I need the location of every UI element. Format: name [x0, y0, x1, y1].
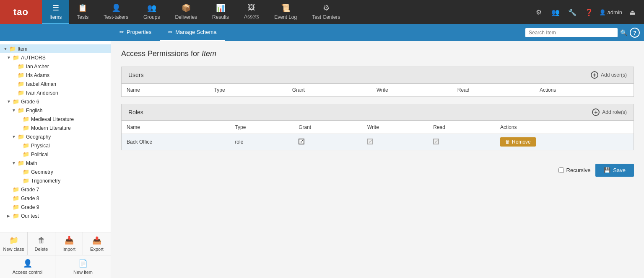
- recursive-checkbox[interactable]: [558, 167, 564, 173]
- nav-item-deliveries[interactable]: 📦Deliveries: [167, 0, 205, 24]
- roles-col-grant: Grant: [293, 121, 362, 134]
- tree-container: ▼📁Item▼📁AUTHORS📁Ian Archer📁Iris Adams📁Is…: [0, 41, 111, 232]
- sidebar-new-item-button[interactable]: 📄New item: [55, 255, 111, 278]
- nav-item-groups[interactable]: 👥Groups: [136, 0, 167, 24]
- admin-button[interactable]: 👤 admin: [599, 9, 622, 15]
- tree-item[interactable]: 📁Trigonometry: [0, 176, 111, 185]
- add-roles-button[interactable]: + Add role(s): [592, 108, 627, 116]
- nav-item-tests[interactable]: 📋Tests: [69, 0, 96, 24]
- help-icon[interactable]: ❓: [582, 5, 596, 19]
- tree-item[interactable]: 📁Isabel Altman: [0, 80, 111, 88]
- tree-item[interactable]: ▼📁Item: [0, 44, 111, 53]
- tree-item[interactable]: 📁Iris Adams: [0, 71, 111, 80]
- test-centers-nav-icon: ⚙: [323, 3, 330, 13]
- search-input[interactable]: [525, 28, 618, 37]
- folder-icon: 📁: [13, 98, 19, 105]
- subnav-properties[interactable]: ✏ Properties: [111, 24, 160, 41]
- pencil-icon: ✏: [119, 29, 124, 35]
- settings-icon[interactable]: ⚙: [532, 5, 545, 19]
- test-takers-nav-label: Test-takers: [104, 14, 128, 20]
- tree-item[interactable]: 📁Ivan Anderson: [0, 88, 111, 97]
- folder-icon: 📁: [18, 134, 24, 140]
- tree-item[interactable]: ▼📁Grade 6: [0, 97, 111, 106]
- tree-label: Math: [26, 160, 37, 166]
- users-icon[interactable]: 👥: [549, 5, 562, 19]
- nav-item-test-takers[interactable]: 👤Test-takers: [96, 0, 136, 24]
- col-actions: Actions: [535, 84, 634, 97]
- page-title: Access Permissions for Item: [121, 49, 634, 58]
- nav-item-test-centers[interactable]: ⚙Test Centers: [304, 0, 348, 24]
- save-icon: 💾: [604, 167, 610, 173]
- add-users-button[interactable]: + Add user(s): [591, 71, 627, 79]
- tools-icon[interactable]: 🔧: [566, 5, 579, 19]
- roles-section-header: Roles + Add role(s): [122, 104, 634, 120]
- role-read: [428, 134, 495, 150]
- groups-nav-icon: 👥: [147, 3, 156, 13]
- role-grant[interactable]: [293, 134, 362, 150]
- deliveries-nav-icon: 📦: [182, 3, 191, 13]
- folder-icon: 📁: [13, 186, 19, 193]
- tree-toggle: ▶: [7, 214, 11, 218]
- nav-item-assets[interactable]: 🖼Assets: [236, 0, 267, 24]
- search-button[interactable]: 🔍: [620, 29, 627, 36]
- tree-item[interactable]: ▼📁Math: [0, 159, 111, 167]
- tree-label: Modern Literature: [31, 125, 71, 131]
- tree-label: Grade 8: [21, 196, 39, 201]
- tree-label: Geography: [26, 134, 51, 140]
- nav-item-event-log[interactable]: 📜Event Log: [267, 0, 304, 24]
- nav-item-results[interactable]: 📊Results: [205, 0, 236, 24]
- results-nav-icon: 📊: [216, 3, 225, 13]
- new-class-label: New class: [3, 247, 24, 252]
- subnav-right: 🔍 ?: [525, 28, 644, 38]
- groups-nav-label: Groups: [143, 14, 160, 20]
- save-button[interactable]: 💾 Save: [595, 164, 634, 177]
- remove-button[interactable]: 🗑Remove: [500, 137, 536, 147]
- save-label: Save: [613, 167, 626, 173]
- write-checkbox: [367, 139, 373, 144]
- folder-icon: 📁: [23, 125, 29, 131]
- page-title-item: Item: [202, 49, 216, 58]
- tree-item[interactable]: ▼📁AUTHORS: [0, 53, 111, 62]
- tree-item[interactable]: ▶📁Our test: [0, 211, 111, 220]
- tree-item[interactable]: 📁Political: [0, 150, 111, 159]
- col-name: Name: [122, 84, 209, 97]
- tree-item[interactable]: 📁Grade 7: [0, 185, 111, 194]
- folder-icon: 📁: [18, 81, 24, 87]
- folder-icon: 📁: [18, 63, 24, 70]
- logout-icon[interactable]: ⏏: [626, 5, 639, 19]
- tree-item[interactable]: 📁Geometry: [0, 167, 111, 176]
- tree-item[interactable]: 📁Grade 9: [0, 203, 111, 211]
- col-type: Type: [209, 84, 287, 97]
- sidebar-export-button[interactable]: 📤Export: [83, 232, 111, 255]
- tree-item[interactable]: ▼📁Geography: [0, 132, 111, 141]
- tree-item[interactable]: 📁Ian Archer: [0, 62, 111, 71]
- roles-table-body: Back Office role 🗑Remove: [122, 134, 634, 150]
- role-type: role: [230, 134, 293, 150]
- tree-item[interactable]: 📁Medieval Literature: [0, 115, 111, 124]
- tree-label: Our test: [21, 213, 39, 219]
- grant-checkbox[interactable]: [299, 139, 304, 144]
- sidebar-access-control-button[interactable]: 👤Access control: [0, 255, 55, 278]
- sidebar-new-class-button[interactable]: 📁New class: [0, 232, 28, 255]
- tests-nav-icon: 📋: [78, 3, 87, 13]
- subnav-help-button[interactable]: ?: [630, 28, 640, 38]
- logo[interactable]: tao: [0, 0, 42, 24]
- content-area: Access Permissions for Item Users + Add …: [111, 41, 644, 278]
- export-icon: 📤: [92, 236, 101, 245]
- subnav-manage-schema[interactable]: ✏ Manage Schema: [160, 24, 225, 41]
- tree-label: AUTHORS: [21, 55, 46, 61]
- tree-item[interactable]: 📁Modern Literature: [0, 124, 111, 132]
- sidebar-delete-button[interactable]: 🗑Delete: [28, 232, 55, 255]
- tree-item[interactable]: ▼📁English: [0, 106, 111, 115]
- sidebar-import-button[interactable]: 📥Import: [55, 232, 83, 255]
- subnav-properties-label: Properties: [127, 29, 151, 35]
- nav-item-items[interactable]: ☰Items: [42, 0, 69, 24]
- admin-label: admin: [608, 9, 622, 15]
- admin-icon: 👤: [599, 9, 606, 15]
- tree-item[interactable]: 📁Grade 8: [0, 194, 111, 203]
- tree-label: Grade 7: [21, 187, 39, 193]
- assets-nav-label: Assets: [244, 14, 259, 20]
- folder-icon: 📁: [23, 116, 29, 122]
- new-item-label: New item: [73, 270, 93, 275]
- tree-item[interactable]: 📁Physical: [0, 141, 111, 150]
